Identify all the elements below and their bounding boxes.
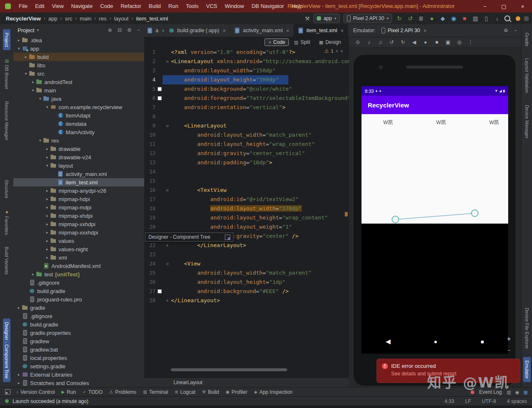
fold-marker-icon[interactable] [164, 195, 171, 204]
tree-item-com-example-recyclerview[interactable]: ▾com.example.recyclerview [13, 103, 144, 111]
fold-marker-icon[interactable] [164, 204, 171, 213]
editor-tab-a[interactable]: a× [144, 24, 165, 37]
code-line-19[interactable]: 19 android:layout_height="wrap_content" [144, 213, 349, 222]
menu-view[interactable]: View [48, 3, 67, 9]
gear-icon[interactable]: ⚙ [504, 28, 508, 33]
tree-item-main[interactable]: ▾main [13, 86, 144, 94]
tool-button-emulator[interactable]: Emulator [523, 357, 531, 382]
code-line-20[interactable]: 20 android:layout_weight="1" [144, 222, 349, 232]
menu-file[interactable]: File [15, 3, 31, 9]
code-line-6[interactable]: 6 android:foreground="?attr/selectableIt… [144, 94, 349, 103]
code-line-17[interactable]: 17 android:id="@+id/textView2" [144, 195, 349, 204]
tree-item-gitignore[interactable]: .gitignore [13, 278, 144, 287]
tree-chevron-icon[interactable]: ▾ [16, 46, 22, 51]
tree-item-app[interactable]: ▾app [13, 44, 144, 53]
code-line-26[interactable]: 26 android:layout_height="1dp" [144, 278, 349, 287]
breadcrumb-res[interactable]: res [99, 15, 107, 22]
hide-panel-icon[interactable]: − [514, 28, 517, 33]
layout-inspector-icon[interactable]: ▥ [472, 15, 479, 22]
tree-chevron-icon[interactable]: ▸ [30, 80, 36, 84]
tree-item-test[interactable]: ▸test [unitTest] [13, 270, 144, 278]
minimize-icon[interactable]: − [476, 0, 494, 13]
breadcrumb-main[interactable]: main [80, 15, 92, 22]
breadcrumb-app[interactable]: app [48, 15, 58, 22]
code-line-13[interactable]: 13 android:padding="16dp"> [144, 158, 349, 167]
menu-code[interactable]: Code [97, 3, 117, 9]
back-icon[interactable]: ◀ [386, 338, 391, 345]
tree-chevron-icon[interactable]: ▸ [16, 372, 22, 377]
menu-vcs[interactable]: VCS [202, 3, 221, 9]
mode-code[interactable]: ≡Code [265, 38, 289, 46]
fold-marker-icon[interactable]: ⊟ [164, 121, 171, 130]
run-configuration-select[interactable]: app ▾ [313, 14, 340, 23]
code-line-12[interactable]: 12 android:gravity="center_vertical" [144, 149, 349, 158]
breadcrumb-layout[interactable]: layout [114, 15, 129, 22]
collapse-all-icon[interactable]: ⊟ [117, 27, 122, 33]
tree-item-external-libraries[interactable]: ▸External Libraries [13, 370, 144, 379]
tree-chevron-icon[interactable]: ▸ [44, 197, 50, 201]
gear-icon[interactable]: ⚙ [127, 27, 132, 33]
build-hammer-icon[interactable]: ⚒ [305, 15, 310, 22]
phone-screen[interactable]: 8:33 ▼ ◢ ▮ RecyclerView W凯W凯W凯 [361, 86, 508, 354]
close-tab-icon[interactable]: × [223, 28, 226, 34]
tree-chevron-icon[interactable]: ▸ [16, 306, 22, 310]
fold-marker-icon[interactable] [164, 250, 171, 259]
fold-marker-icon[interactable]: ⊟ [164, 57, 171, 66]
status-segment-4-33[interactable]: 4:33 [445, 398, 454, 404]
layout-grid-icon[interactable]: ▦ [524, 390, 528, 395]
tree-item-item-test-xml[interactable]: item_test.xml [13, 178, 144, 186]
menu-window[interactable]: Window [221, 3, 248, 9]
status-segment-utf-8[interactable]: UTF-8 [482, 398, 496, 404]
code-editor[interactable]: 1<?xml version="1.0" encoding="utf-8"?>2… [144, 47, 349, 369]
code-line-22[interactable]: 22∧ </LinearLayout> [144, 241, 349, 250]
fold-marker-icon[interactable] [164, 268, 171, 278]
locate-icon[interactable]: ⊕ [108, 27, 112, 33]
tree-item-xml[interactable]: ▸xml [13, 253, 144, 262]
code-line-10[interactable]: 10 android:layout_width="match_parent" [144, 130, 349, 140]
fold-marker-icon[interactable] [164, 103, 171, 112]
tool-button-structure[interactable]: Structure [3, 176, 10, 202]
tool-windows-icon[interactable] [5, 389, 10, 395]
code-line-15[interactable]: 15 [144, 176, 349, 186]
code-line-7[interactable]: 7 android:orientation="vertical"> [144, 103, 349, 112]
fold-marker-icon[interactable] [164, 176, 171, 186]
next-issue-icon[interactable]: ∨ [340, 49, 343, 53]
tree-item-mainactivity[interactable]: MainActivity [13, 128, 144, 136]
tree-item-activity-main-xml[interactable]: activity_main.xml [13, 170, 144, 178]
code-line-25[interactable]: 25 android:layout_width="match_parent" [144, 268, 349, 278]
prev-issue-icon[interactable]: ∧ [336, 49, 339, 53]
stop-icon[interactable]: ■ [461, 15, 468, 22]
code-line-14[interactable]: 14 [144, 167, 349, 176]
project-view-label[interactable]: Project [18, 27, 34, 33]
tree-item-mipmap-xhdpi[interactable]: ▸mipmap-xhdpi [13, 212, 144, 220]
mode-split[interactable]: ▥Split [290, 38, 314, 46]
tree-chevron-icon[interactable]: ▾ [30, 88, 36, 92]
code-line-9[interactable]: 9⊟ <LinearLayout [144, 121, 349, 130]
error-stripe-mark[interactable] [345, 212, 348, 217]
color-preview-chip[interactable] [158, 96, 162, 100]
editor-tab-build-gradle-app[interactable]: build.gradle (:app)× [165, 24, 230, 37]
tree-item-drawable[interactable]: ▸drawable [13, 145, 144, 153]
tool-window-button-version-control[interactable]: ↕Version Control [16, 389, 55, 395]
tool-button-layout-validation[interactable]: Layout Validation [523, 55, 531, 97]
tree-chevron-icon[interactable]: ▸ [16, 38, 22, 42]
stop-process-icon[interactable] [524, 16, 529, 21]
code-line-11[interactable]: 11 android:layout_height="wrap_content" [144, 140, 349, 149]
debug-bug-icon[interactable]: ● [428, 15, 435, 22]
code-line-1[interactable]: 1<?xml version="1.0" encoding="utf-8"?> [144, 48, 349, 57]
tool-window-button-logcat[interactable]: ≣Logcat [175, 389, 195, 395]
tree-item-androidtest[interactable]: ▸androidTest [13, 78, 144, 86]
editor-breadcrumb[interactable]: LinearLayout [144, 377, 349, 387]
fold-marker-icon[interactable] [164, 130, 171, 140]
coverage-icon[interactable]: ◆ [439, 15, 446, 22]
fold-marker-icon[interactable] [164, 140, 171, 149]
close-icon[interactable]: × [513, 0, 532, 13]
fold-marker-icon[interactable] [164, 84, 171, 94]
tool-button-project[interactable]: Project [3, 29, 10, 50]
tree-item-gitignore[interactable]: .gitignore [13, 312, 144, 320]
color-preview-chip[interactable] [158, 87, 162, 91]
code-line-5[interactable]: 5 android:background="@color/white" [144, 84, 349, 94]
device-select[interactable]: Pixel 2 API 30 ▾ [344, 14, 392, 23]
menu-build[interactable]: Build [145, 3, 165, 9]
tree-item-settings-gradle[interactable]: settings.gradle [13, 362, 144, 370]
